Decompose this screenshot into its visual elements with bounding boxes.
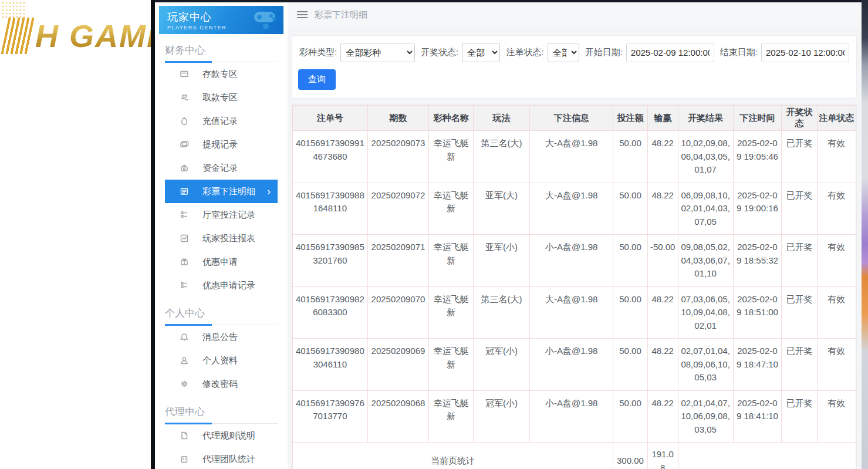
sidebar: 玩家中心 PLAYERS CENTER 财务中心存款专区取款专区充值记录提现记录… (155, 2, 288, 469)
sidebar-item[interactable]: 个人资料 (165, 349, 278, 372)
sidebar-item[interactable]: 厅室投注记录 (165, 203, 278, 227)
sidebar-item-label: 玩家投注报表 (202, 233, 255, 244)
sidebar-item[interactable]: 存款专区 (165, 62, 278, 86)
table-cell: 20250209073 (367, 131, 429, 183)
sidebar-item[interactable]: 资金记录 (165, 156, 278, 180)
end-date-input[interactable] (761, 43, 849, 62)
table-cell: 冠军(小) (474, 390, 530, 443)
table-row[interactable]: 40156917390985320176020250209071幸运飞艇新亚军(… (293, 235, 856, 287)
table-row[interactable]: 40156917390976701377020250209068幸运飞艇新冠军(… (293, 390, 856, 443)
table-cell: 50.00 (613, 235, 648, 287)
table-cell: 50.00 (613, 183, 648, 235)
lottery-detail-icon (179, 186, 190, 197)
table-cell: 亚军(小) (474, 235, 530, 287)
sidebar-item[interactable]: 代理规则说明 (165, 424, 278, 447)
draw-status-label: 开奖状态: (421, 47, 458, 58)
table-cell: 401569173909853201760 (293, 235, 368, 287)
table-cell: 401569173909881648110 (293, 183, 368, 235)
table-cell: 幸运飞艇新 (429, 131, 474, 183)
table-cell: 幸运飞艇新 (429, 339, 474, 391)
summary-winloss-total: 191.08 (647, 443, 678, 469)
sidebar-item[interactable]: 彩票下注明细› (165, 180, 278, 203)
lottery-type-select[interactable]: 全部彩种 (340, 43, 415, 62)
table-cell: 2025-02-09 18:51:00 (733, 286, 782, 339)
table-row[interactable]: 40156917390991467368020250209073幸运飞艇新第三名… (293, 131, 856, 183)
table-header-row: 注单号期数彩种名称玩法下注信息投注额输赢开奖结果下注时间开奖状态注单状态 (293, 106, 856, 131)
bet-detail-table-card: 注单号期数彩种名称玩法下注信息投注额输赢开奖结果下注时间开奖状态注单状态 401… (292, 104, 857, 469)
column-header: 注单状态 (817, 106, 856, 131)
summary-bet-total: 300.00 (613, 443, 648, 469)
table-cell: 幸运飞艇新 (429, 183, 474, 235)
dark-edge-strip (151, 0, 155, 469)
topbar: 彩票下注明细 (288, 2, 862, 27)
column-header: 注单号 (293, 106, 368, 131)
sidebar-item[interactable]: 修改密码 (165, 372, 278, 396)
promo-record-icon (179, 280, 190, 291)
query-button[interactable]: 查询 (298, 69, 336, 90)
table-row[interactable]: 40156917390982608330020250209070幸运飞艇新第三名… (293, 286, 856, 339)
section-label: 代理中心 (165, 406, 205, 417)
table-row[interactable]: 40156917390980304611020250209069幸运飞艇新冠军(… (293, 339, 856, 391)
sidebar-item-label: 代理规则说明 (202, 430, 255, 441)
table-cell: 已开奖 (782, 286, 817, 339)
sidebar-item[interactable]: 优惠申请记录 (165, 274, 278, 297)
table-cell: 有效 (817, 390, 856, 443)
table-cell: 48.22 (647, 131, 678, 183)
sidebar-item[interactable]: 代理团队统计 (165, 447, 278, 469)
chevron-right-icon: › (267, 186, 271, 197)
person-icon (179, 355, 190, 366)
sidebar-item[interactable]: 取款专区 (165, 86, 278, 109)
sidebar-nav: 财务中心存款专区取款专区充值记录提现记录资金记录彩票下注明细›厅室投注记录玩家投… (155, 43, 288, 469)
sidebar-item[interactable]: 玩家投注报表 (165, 227, 278, 250)
sidebar-item-label: 个人资料 (202, 355, 238, 366)
section-label: 个人中心 (165, 308, 205, 319)
table-cell: 401569173909914673680 (293, 131, 368, 183)
table-cell: 已开奖 (782, 235, 817, 287)
team-stats-icon (179, 454, 190, 464)
table-cell: 有效 (817, 286, 856, 339)
table-cell: 50.00 (613, 390, 648, 443)
table-cell: 2025-02-09 18:41:10 (733, 390, 782, 443)
table-cell: 2025-02-09 18:55:32 (733, 235, 782, 287)
table-cell: 小-A盘@1.98 (530, 390, 613, 443)
hamburger-menu-icon[interactable] (297, 11, 308, 18)
sidebar-item[interactable]: 消息公告 (165, 325, 278, 349)
table-cell: 已开奖 (782, 339, 817, 391)
logo-text: H GAME (35, 18, 151, 54)
brand-panel: H GAME (0, 0, 151, 469)
table-cell: 大-A盘@1.98 (530, 183, 613, 235)
start-date-input[interactable] (626, 43, 714, 62)
order-status-select[interactable]: 全部 (548, 43, 579, 62)
logo-stripes (1, 18, 35, 54)
table-cell: 50.00 (613, 131, 648, 183)
table-cell: 幸运飞艇新 (429, 235, 474, 287)
table-cell: 20250209068 (367, 390, 429, 443)
summary-empty (678, 443, 856, 469)
table-cell: 10,02,09,08,06,04,03,05,01,07 (678, 131, 733, 183)
table-cell: 冠军(小) (474, 339, 530, 391)
column-header: 玩法 (474, 106, 530, 131)
table-cell: 小-A盘@1.98 (530, 235, 613, 287)
right-scroll-strip[interactable] (862, 0, 868, 469)
column-header: 下注信息 (530, 106, 613, 131)
players-center-header: 玩家中心 PLAYERS CENTER (159, 6, 283, 34)
column-header: 输赢 (647, 106, 678, 131)
table-cell: 2025-02-09 18:47:10 (733, 339, 782, 391)
table-row[interactable]: 40156917390988164811020250209072幸运飞艇新亚军(… (293, 183, 856, 235)
sidebar-item[interactable]: 充值记录 (165, 109, 278, 133)
table-cell: 06,09,08,10,02,01,04,03,07,05 (678, 183, 733, 235)
table-cell: 401569173909826083300 (293, 286, 368, 339)
sidebar-item-label: 代理团队统计 (202, 454, 255, 465)
main-content: 彩票下注明细 彩种类型: 全部彩种 开奖状态: 全部 注单状态: 全部 开始日期… (288, 2, 862, 469)
sidebar-item[interactable]: 提现记录 (165, 133, 278, 156)
column-header: 下注时间 (733, 106, 782, 131)
column-header: 投注额 (613, 106, 648, 131)
draw-status-select[interactable]: 全部 (462, 43, 500, 62)
table-cell: 大-A盘@1.98 (530, 286, 613, 339)
sidebar-item-label: 存款专区 (202, 69, 238, 80)
site-logo: H GAME (5, 18, 151, 54)
table-cell: 有效 (817, 339, 856, 391)
table-cell: 50.00 (613, 286, 648, 339)
sidebar-item-label: 提现记录 (202, 139, 238, 150)
sidebar-item[interactable]: 优惠申请 (165, 250, 278, 274)
